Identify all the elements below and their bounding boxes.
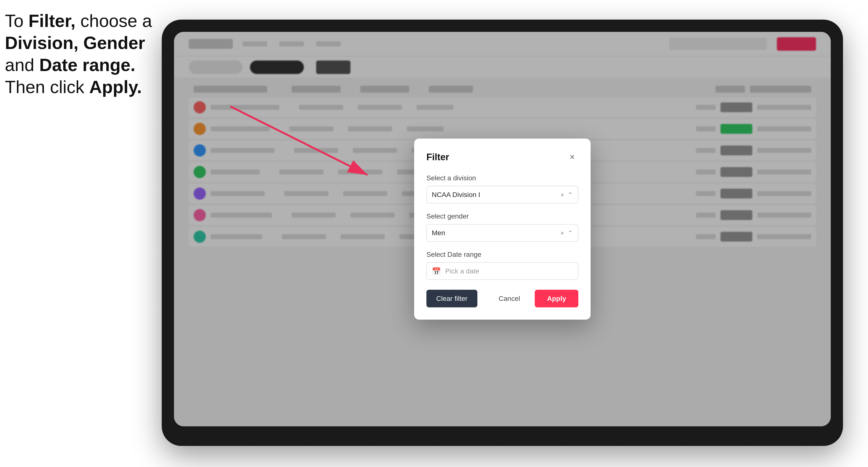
filter-modal: Filter × Select a division NCAA Division…: [414, 139, 591, 320]
division-label: Select a division: [426, 174, 578, 182]
gender-field: Select gender Men × ⌃: [426, 212, 578, 242]
modal-footer: Clear filter Cancel Apply: [426, 290, 578, 308]
division-clear-icon[interactable]: ×: [560, 191, 564, 198]
instruction-bold-apply: Apply.: [89, 77, 142, 97]
gender-select-icons: × ⌃: [560, 229, 573, 237]
date-range-input[interactable]: 📅 Pick a date: [426, 262, 578, 280]
modal-close-button[interactable]: ×: [566, 151, 578, 163]
gender-chevron-icon: ⌃: [567, 229, 573, 237]
instruction-bold-date: Date range.: [39, 55, 135, 75]
modal-footer-right: Cancel Apply: [489, 290, 578, 308]
instruction-bold-filter: Filter,: [28, 11, 75, 31]
division-select-icons: × ⌃: [560, 191, 573, 198]
modal-title: Filter: [426, 152, 449, 162]
division-field: Select a division NCAA Division I × ⌃: [426, 174, 578, 204]
division-select[interactable]: NCAA Division I × ⌃: [426, 186, 578, 204]
apply-button[interactable]: Apply: [535, 290, 578, 308]
date-range-field: Select Date range 📅 Pick a date: [426, 251, 578, 280]
calendar-icon: 📅: [432, 267, 441, 275]
date-label: Select Date range: [426, 251, 578, 258]
instruction-text: To Filter, choose a Division, Gender and…: [5, 10, 152, 98]
tablet-screen: Filter × Select a division NCAA Division…: [174, 32, 831, 426]
gender-label: Select gender: [426, 212, 578, 220]
division-chevron-icon: ⌃: [567, 191, 573, 198]
tablet-frame: Filter × Select a division NCAA Division…: [162, 20, 843, 446]
clear-filter-button[interactable]: Clear filter: [426, 290, 477, 308]
instruction-bold-division-gender: Division, Gender: [5, 33, 145, 53]
date-placeholder: Pick a date: [445, 267, 479, 275]
cancel-button[interactable]: Cancel: [489, 290, 530, 308]
division-select-value: NCAA Division I: [432, 191, 480, 199]
gender-select-value: Men: [432, 229, 445, 237]
gender-select[interactable]: Men × ⌃: [426, 224, 578, 242]
modal-header: Filter ×: [426, 151, 578, 163]
gender-clear-icon[interactable]: ×: [560, 229, 564, 237]
